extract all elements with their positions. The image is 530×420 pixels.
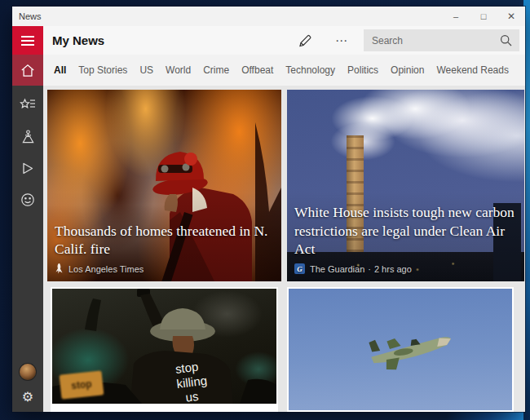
meta-separator: ·	[368, 264, 371, 274]
article-card-wildfire[interactable]: Thousands of homes threatened in N. Cali…	[47, 90, 281, 281]
tab-all[interactable]: All	[54, 64, 66, 76]
article-headline[interactable]: White House insists tough new carbon res…	[294, 203, 515, 258]
page-title: My News	[52, 33, 104, 47]
article-headline[interactable]: Thousands of homes threatened in N. Cali…	[55, 222, 272, 258]
article-source-line: Los Angeles Times	[55, 263, 272, 274]
edit-interests-button[interactable]	[298, 33, 312, 48]
user-avatar[interactable]	[20, 364, 36, 380]
home-icon	[20, 64, 35, 77]
tab-opinion[interactable]: Opinion	[391, 64, 424, 76]
article-card-carbon[interactable]: White House insists tough new carbon res…	[287, 90, 524, 281]
window-title: News	[19, 11, 42, 21]
minimize-button[interactable]: –	[442, 7, 470, 26]
sidebar-item-local[interactable]	[20, 128, 36, 144]
la-times-logo-icon	[55, 263, 64, 274]
article-source-line: G The Guardian · 2 hrs ago	[294, 263, 515, 274]
hamburger-menu-button[interactable]	[12, 26, 43, 55]
see-more-button[interactable]: ⋯	[335, 33, 348, 48]
sidebar-item-offbeat[interactable]	[20, 192, 36, 208]
news-feed: Thousands of homes threatened in N. Cali…	[43, 86, 525, 412]
jet-photo	[289, 289, 512, 410]
tab-technology[interactable]: Technology	[285, 64, 335, 76]
app-header: My News ⋯	[43, 26, 525, 55]
smiley-icon	[20, 192, 35, 207]
titlebar[interactable]: News – □ ✕	[12, 7, 525, 26]
search-icon[interactable]	[500, 34, 512, 46]
search-input[interactable]	[364, 35, 500, 46]
guardian-logo-icon: G	[294, 263, 305, 274]
settings-gear-icon[interactable]: ⚙	[22, 391, 33, 404]
tab-top-stories[interactable]: Top Stories	[78, 64, 127, 76]
sidebar-item-interests[interactable]	[20, 96, 36, 113]
play-icon	[21, 161, 34, 175]
tab-offbeat[interactable]: Offbeat	[241, 64, 273, 76]
sidebar: ⚙	[12, 26, 43, 412]
shirt-text-line1: stop	[174, 360, 199, 376]
search-box[interactable]	[364, 29, 519, 51]
article-source: Los Angeles Times	[68, 264, 144, 274]
star-list-icon	[20, 97, 36, 112]
tab-politics[interactable]: Politics	[347, 64, 378, 76]
category-tabs: All Top Stories US World Crime Offbeat T…	[43, 55, 525, 86]
sidebar-item-videos[interactable]	[20, 160, 36, 176]
background-sign: stop	[60, 370, 104, 399]
tab-world[interactable]: World	[166, 64, 191, 76]
maximize-button[interactable]: □	[470, 7, 497, 26]
shirt-text-line3: us	[185, 389, 200, 404]
article-source: The Guardian	[310, 264, 364, 274]
tab-crime[interactable]: Crime	[203, 64, 229, 76]
protest-photo: stop killing us stop	[52, 289, 276, 404]
hamburger-icon	[21, 36, 34, 46]
tab-weekend-reads[interactable]: Weekend Reads	[436, 64, 509, 76]
tab-us[interactable]: US	[139, 64, 153, 76]
news-app-window: News – □ ✕	[12, 7, 525, 412]
jet-silhouette	[289, 289, 512, 410]
window-controls: – □ ✕	[442, 7, 525, 26]
sidebar-item-home[interactable]	[12, 55, 43, 86]
article-card-jet[interactable]	[287, 287, 514, 412]
article-time: 2 hrs ago	[374, 264, 412, 274]
monument-icon	[20, 129, 36, 144]
close-button[interactable]: ✕	[497, 7, 525, 26]
article-card-protest[interactable]: stop killing us stop	[51, 287, 278, 412]
